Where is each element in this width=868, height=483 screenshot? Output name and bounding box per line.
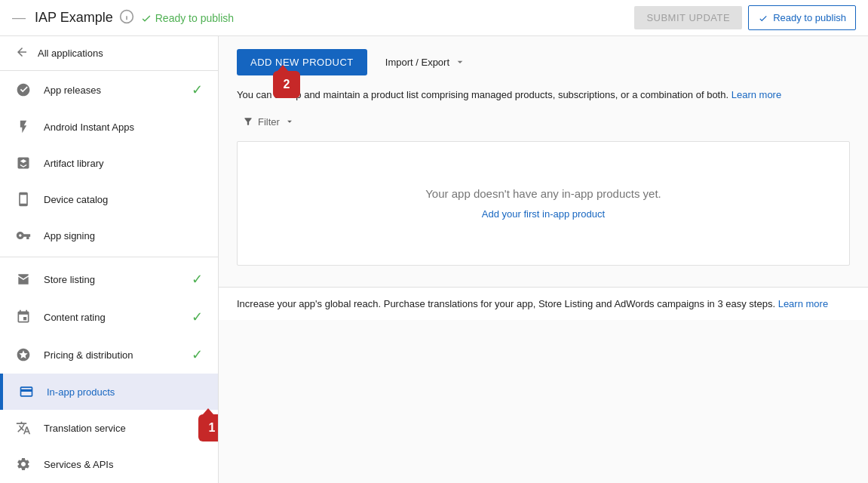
services-icon — [15, 457, 32, 472]
all-applications-label: All applications — [38, 48, 103, 59]
filter-button[interactable]: Filter — [237, 112, 301, 132]
learn-more-link[interactable]: Learn more — [732, 89, 781, 100]
sidebar-label-services-apis: Services & APIs — [44, 459, 203, 470]
info-description: You can set up and maintain a product li… — [237, 88, 850, 103]
translation-icon — [15, 420, 32, 435]
sidebar-item-android-instant[interactable]: Android Instant Apps — [0, 109, 218, 145]
artifact-icon — [15, 155, 32, 171]
import-export-button[interactable]: Import / Export — [376, 48, 475, 75]
sidebar-item-device-catalog[interactable]: Device catalog — [0, 181, 218, 217]
topbar-title: IAP Example — [35, 10, 113, 26]
pricing-icon — [15, 347, 32, 362]
import-export-label: Import / Export — [385, 57, 449, 68]
sidebar-item-store-listing[interactable]: Store listing ✓ — [0, 260, 218, 298]
topbar: — IAP Example Ready to publish SUBMIT UP… — [0, 0, 868, 36]
all-applications-link[interactable]: All applications — [0, 36, 218, 71]
sidebar-item-pricing-distribution[interactable]: Pricing & distribution ✓ — [0, 336, 218, 374]
check-icon-pricing-distribution: ✓ — [192, 346, 203, 363]
add-new-product-button[interactable]: ADD NEW PRODUCT — [237, 49, 367, 75]
submit-update-button[interactable]: SUBMIT UPDATE — [634, 6, 742, 29]
sidebar-item-app-releases[interactable]: App releases ✓ — [0, 71, 218, 109]
sidebar-label-content-rating: Content rating — [44, 312, 179, 323]
check-icon-content-rating: ✓ — [192, 309, 203, 325]
sidebar-item-in-app-products[interactable]: In-app products 1 — [0, 374, 218, 410]
sidebar-label-in-app-products: In-app products — [47, 386, 203, 398]
sidebar-label-android-instant: Android Instant Apps — [44, 122, 203, 133]
bottom-learn-more-link[interactable]: Learn more — [778, 298, 828, 309]
info-icon[interactable] — [119, 9, 134, 27]
store-icon — [15, 272, 32, 287]
device-icon — [15, 192, 32, 207]
sidebar-item-translation-service[interactable]: Translation service — [0, 410, 218, 446]
bottom-info-bar: Increase your app's global reach. Purcha… — [219, 287, 868, 321]
back-arrow-icon — [15, 45, 29, 61]
sidebar-item-app-signing[interactable]: App signing — [0, 217, 218, 254]
empty-title: Your app doesn't have any in-app product… — [256, 187, 831, 200]
sidebar-item-content-rating[interactable]: Content rating ✓ — [0, 298, 218, 336]
check-icon-store-listing: ✓ — [192, 271, 203, 288]
bottom-text: Increase your app's global reach. Purcha… — [237, 298, 775, 309]
rating-icon — [15, 309, 32, 325]
sidebar-label-translation-service: Translation service — [44, 423, 203, 434]
sidebar-item-services-apis[interactable]: Services & APIs — [0, 446, 218, 482]
empty-state-card: Your app doesn't have any in-app product… — [237, 141, 850, 266]
releases-icon — [15, 82, 32, 97]
main-content: ADD NEW PRODUCT 2 Import / Export You ca… — [219, 36, 868, 483]
inapp-icon — [18, 384, 35, 399]
sidebar-label-store-listing: Store listing — [44, 274, 179, 285]
filter-label: Filter — [258, 116, 280, 128]
ready-to-publish-badge: Ready to publish — [748, 5, 856, 30]
signing-icon — [15, 228, 32, 243]
sidebar-label-artifact-library: Artifact library — [44, 158, 203, 169]
instant-icon — [15, 119, 32, 134]
topbar-dash: — — [12, 10, 26, 26]
check-icon-app-releases: ✓ — [192, 82, 203, 98]
add-first-product-link[interactable]: Add your first in-app product — [482, 208, 605, 220]
step-badge-2: 2 — [273, 71, 300, 98]
step-badge-1: 1 — [198, 414, 219, 441]
sidebar-label-app-releases: App releases — [44, 85, 179, 96]
main-layout: All applications App releases ✓ Android … — [0, 36, 868, 483]
sidebar: All applications App releases ✓ Android … — [0, 36, 219, 483]
action-bar: ADD NEW PRODUCT 2 Import / Export — [237, 48, 850, 75]
sidebar-label-app-signing: App signing — [44, 230, 203, 242]
sidebar-label-pricing-distribution: Pricing & distribution — [44, 349, 179, 361]
topbar-ready-status: Ready to publish — [140, 12, 234, 24]
sidebar-item-artifact-library[interactable]: Artifact library — [0, 145, 218, 181]
filter-bar: Filter — [237, 112, 850, 132]
sidebar-label-device-catalog: Device catalog — [44, 194, 203, 205]
